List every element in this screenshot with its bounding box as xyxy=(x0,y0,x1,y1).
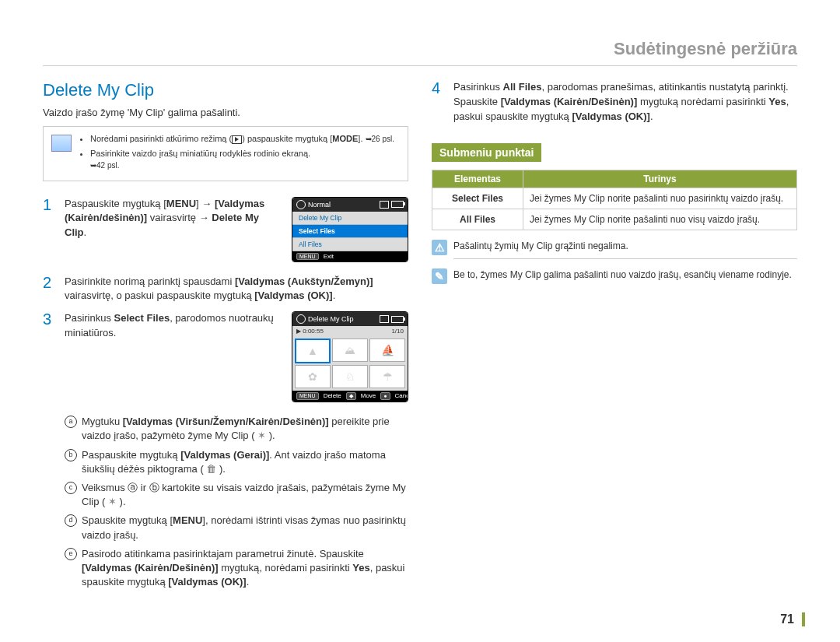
osd-menu-item: All Files xyxy=(292,238,408,251)
info-note: ✎ Be to, žymes My Clip galima pašalinti … xyxy=(432,268,797,288)
table-header-content: Turinys xyxy=(523,170,797,188)
thumbnail: ▲ xyxy=(295,339,331,363)
sd-card-icon xyxy=(380,315,389,323)
sub-step-list: a Mygtuku [Valdymas (Viršun/Žemyn/Kairėn… xyxy=(65,415,408,589)
note-icon: ✎ xyxy=(432,268,447,284)
submenu-heading: Submeniu punktai xyxy=(432,143,541,162)
circle-e-icon: e xyxy=(65,548,77,560)
page-number: 71 xyxy=(780,612,805,626)
star-icon: ✶ xyxy=(257,430,266,441)
submenu-table: Elementas Turinys Select Files Jei žymes… xyxy=(432,170,797,230)
thumbnail: ⛵ xyxy=(369,339,405,362)
step-2-body: Pasirinkite norimą parinktį spausdami [V… xyxy=(65,275,408,304)
thumbnail: ♘ xyxy=(332,365,368,388)
step-number-1: 1 xyxy=(43,197,57,212)
intro-text: Vaizdo įrašo žymę 'My Clip' galima pašal… xyxy=(43,107,408,118)
screen-mode-icon xyxy=(51,135,72,152)
gear-icon xyxy=(296,200,306,209)
osd-screenshot-2: Delete My Clip ▶ 0:00:551/10 ▲ ⛰ ⛵ ✿ ♘ ☂ xyxy=(292,311,408,407)
osd-menu-item-selected: Select Files xyxy=(292,225,408,238)
left-column: Delete My Clip Vaizdo įrašo žymę 'My Cli… xyxy=(43,80,408,594)
page-header: Sudėtingesnė peržiūra xyxy=(43,39,797,66)
table-header-element: Elementas xyxy=(432,170,523,188)
step-number-2: 2 xyxy=(43,275,57,290)
step-number-3: 3 xyxy=(43,311,57,327)
osd-menu-item: Delete My Clip xyxy=(292,212,408,225)
right-column: 4 Pasirinkus All Files, parodomas praneš… xyxy=(432,80,797,594)
battery-icon xyxy=(391,201,404,208)
thumbnail: ☂ xyxy=(369,365,405,388)
battery-icon xyxy=(391,316,404,323)
play-icon xyxy=(232,135,242,144)
gear-icon xyxy=(296,314,306,324)
sd-card-icon xyxy=(380,201,389,209)
warning-note: ⚠ Pašalintų žymių My Clip grąžinti negal… xyxy=(432,240,797,260)
step-4-body: Pasirinkus All Files, parodomas pranešim… xyxy=(453,80,797,125)
thumbnail: ⛰ xyxy=(332,339,368,362)
section-title: Delete My Clip xyxy=(43,80,408,100)
circle-a-icon: a xyxy=(65,416,77,428)
step-1-body: Paspauskite mygtuką [MENU] → [Valdymas (… xyxy=(65,197,278,241)
star-icon: ✶ xyxy=(108,496,117,507)
info-box: Norėdami pasirinkti atkūrimo režimą () p… xyxy=(43,126,408,181)
circle-b-icon: b xyxy=(65,449,77,461)
step-number-4: 4 xyxy=(432,80,446,96)
step-3-body: Pasirinkus Select Files, parodomos nuotr… xyxy=(65,311,278,341)
circle-c-icon: c xyxy=(65,482,77,494)
circle-d-icon: d xyxy=(65,514,77,527)
table-row: Select Files Jei žymes My Clip norite pa… xyxy=(432,188,797,209)
warning-icon: ⚠ xyxy=(432,240,447,255)
table-row: All Files Jei žymes My Clip norite pašal… xyxy=(432,209,797,230)
osd-screenshot-1: Normal Delete My Clip Select Files All F… xyxy=(292,197,408,267)
thumbnail: ✿ xyxy=(295,365,331,388)
trash-icon: 🗑 xyxy=(206,463,216,475)
